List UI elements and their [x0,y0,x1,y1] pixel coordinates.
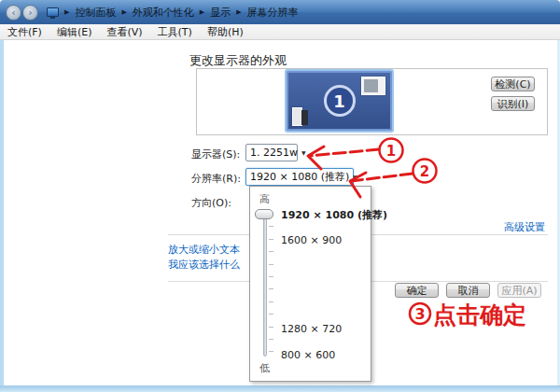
step3-circle [410,303,430,324]
window-thumbnail-icon [292,107,302,126]
chevron-down-icon: ▼ [298,149,308,156]
resolution-slider-handle[interactable] [255,209,273,219]
resolution-option[interactable]: 800 × 600 [281,349,335,361]
resolution-option[interactable]: 1920 × 1080 (推荐) [281,208,387,222]
breadcrumb-item-screen-resolution[interactable]: 屏幕分辨率 [247,6,299,20]
breadcrumb-separator: ▶ [236,8,241,16]
screen-resolution-window: ‹ › ▶ 控制面板 ▶ 外观和个性化 ▶ 显示 ▶ 屏幕分辨率 文件(F) 编… [0,0,560,392]
advanced-settings-link[interactable]: 高级设置 [504,220,545,234]
resolution-option[interactable]: 1600 × 900 [281,234,342,246]
step2-number: 2 [420,163,429,180]
menu-item-help[interactable]: 帮助(H) [207,25,244,39]
resolution-select-value: 1920 × 1080 (推荐) [250,170,349,184]
resolution-option[interactable]: 1280 × 720 [281,323,342,335]
address-bar: ‹ › ▶ 控制面板 ▶ 外观和个性化 ▶ 显示 ▶ 屏幕分辨率 [0,0,560,24]
resolution-label: 分辨率(R): [191,172,241,186]
step1-arrowhead [308,147,324,169]
display-select[interactable]: 1. 2251w ▼ [245,144,298,161]
monitor-number: 1 [324,85,356,117]
cancel-button[interactable]: 取消 [446,283,490,298]
resolution-slider-track[interactable] [263,210,267,357]
dropdown-high-label: 高 [259,192,270,206]
slider-ticks [269,214,273,358]
breadcrumb-item-control-panel[interactable]: 控制面板 [75,6,116,20]
menu-item-file[interactable]: 文件(F) [7,25,42,39]
menu-bar: 文件(F) 编辑(E) 查看(V) 工具(T) 帮助(H) [0,24,560,40]
display-icon [47,7,59,17]
monitor-preview[interactable]: 1 [287,71,392,131]
menu-item-view[interactable]: 查看(V) [106,25,142,39]
menu-item-tools[interactable]: 工具(T) [158,25,192,39]
page-title: 更改显示器的外观 [189,52,287,69]
breadcrumb-separator: ▶ [121,8,126,16]
identify-button[interactable]: 识别(I) [491,96,535,111]
choose-settings-link[interactable]: 我应该选择什么 [168,258,250,272]
step1-arrow [310,149,379,156]
window-border-bottom [0,385,560,392]
step2-arrow [351,174,413,181]
breadcrumb-separator: ▶ [64,8,69,16]
breadcrumb: ▶ 控制面板 ▶ 外观和个性化 ▶ 显示 ▶ 屏幕分辨率 [47,6,299,20]
dropdown-low-label: 低 [259,361,270,375]
display-label: 显示器(S): [191,147,240,161]
chevron-down-icon: ▼ [349,174,359,180]
step2-circle [413,160,437,183]
breadcrumb-separator: ▶ [200,8,204,16]
resolution-dropdown: 高 1920 × 1080 (推荐) 1600 × 900 1280 × 720… [249,186,371,382]
forward-button[interactable]: › [22,5,38,21]
monitor-preview-panel: 1 检测(C) 识别(I) [196,68,548,135]
menu-item-edit[interactable]: 编辑(E) [57,25,92,39]
text-size-link[interactable]: 放大或缩小文本 [168,243,250,257]
orientation-label: 方向(O): [191,196,231,210]
step1-circle [380,139,403,162]
resolution-select[interactable]: 1920 × 1080 (推荐) ▼ [245,168,354,186]
step3-label: 点击确定 [433,301,526,329]
window-border-left [0,40,4,392]
step1-number: 1 [386,143,396,160]
display-select-value: 1. 2251w [250,147,298,159]
back-button[interactable]: ‹ [6,5,21,21]
breadcrumb-item-display[interactable]: 显示 [210,6,231,20]
window-thumbnail-icon [361,77,385,95]
apply-button[interactable]: 应用(A) [497,283,541,298]
breadcrumb-item-appearance[interactable]: 外观和个性化 [133,6,194,20]
step3-number: 3 [414,305,425,323]
ok-button[interactable]: 确定 [395,283,439,298]
detect-button[interactable]: 检测(C) [491,77,535,91]
